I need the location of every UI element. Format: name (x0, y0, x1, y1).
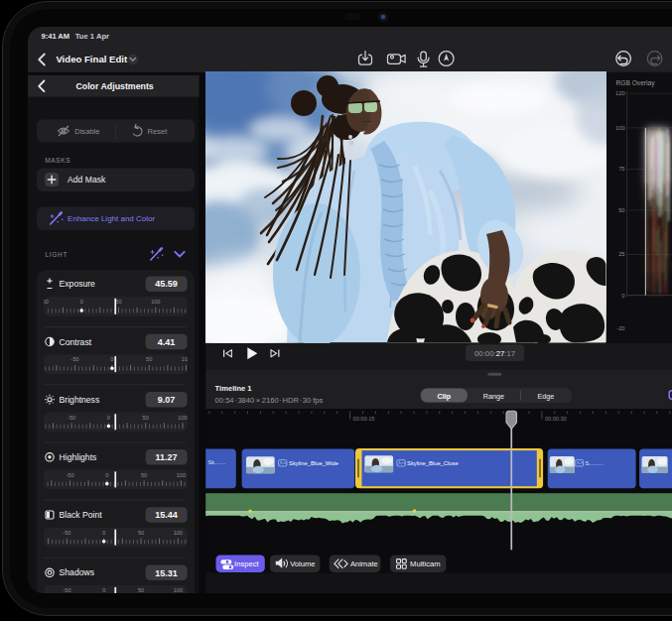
svg-text:Skyline_Blue_Close: Skyline_Blue_Close (407, 459, 459, 465)
svg-text:Volume: Volume (290, 559, 315, 568)
svg-text:0: 0 (102, 529, 105, 535)
svg-text:120: 120 (615, 90, 625, 96)
svg-text:100: 100 (177, 471, 186, 477)
svg-text:0: 0 (102, 587, 105, 593)
svg-text:Color Adjustments: Color Adjustments (75, 81, 153, 91)
svg-text:Skyline_Blue_Wide: Skyline_Blue_Wide (289, 459, 338, 465)
svg-text:-50: -50 (63, 529, 70, 535)
svg-text:Disable: Disable (74, 126, 99, 135)
svg-text:-50: -50 (67, 414, 75, 420)
svg-text:Edge: Edge (537, 391, 554, 400)
svg-text:100: 100 (174, 529, 183, 535)
svg-text:15.44: 15.44 (155, 510, 178, 520)
svg-text:0: 0 (110, 356, 113, 362)
svg-text:45.59: 45.59 (155, 279, 178, 289)
svg-text:Add Mask: Add Mask (67, 175, 106, 185)
svg-text:Tue 1 Apr: Tue 1 Apr (75, 31, 109, 40)
svg-text:-50: -50 (63, 587, 70, 593)
svg-text:25: 25 (618, 251, 624, 257)
svg-text:-20: -20 (616, 324, 624, 330)
svg-text:50: 50 (618, 206, 624, 212)
svg-text:Timeline 1: Timeline 1 (215, 384, 253, 393)
svg-text:9:41 AM: 9:41 AM (42, 31, 70, 40)
svg-text:Clip: Clip (438, 391, 452, 400)
svg-text:Inspect: Inspect (234, 559, 259, 568)
svg-text:50: 50 (143, 414, 149, 420)
svg-text:S.........: S......... (586, 459, 605, 465)
svg-text:15.31: 15.31 (155, 567, 178, 577)
svg-text:50: 50 (115, 299, 121, 305)
svg-text:Exposure: Exposure (60, 279, 96, 289)
svg-text:50: 50 (138, 587, 144, 593)
svg-text:Sk.......: Sk....... (208, 459, 226, 465)
svg-text:50: 50 (138, 529, 144, 535)
svg-text:Enhance Light and Color: Enhance Light and Color (67, 214, 155, 223)
svg-text:100: 100 (178, 414, 187, 420)
svg-text:Video Final Edit: Video Final Edit (56, 54, 128, 64)
svg-text:Animate: Animate (350, 559, 378, 568)
svg-text:00:00:15: 00:00:15 (353, 415, 375, 421)
svg-text:4.41: 4.41 (158, 336, 176, 346)
svg-text:Range: Range (483, 391, 504, 400)
svg-text:LIGHT: LIGHT (46, 250, 67, 257)
svg-text:50: 50 (146, 356, 152, 362)
svg-text:100: 100 (174, 587, 183, 593)
svg-text:0: 0 (105, 471, 108, 477)
svg-text:00:54 · 3840 × 2160 · HDR · 30: 00:54 · 3840 × 2160 · HDR · 30 fps (215, 395, 324, 404)
svg-text:50: 50 (141, 471, 147, 477)
svg-text:Multicam: Multicam (410, 559, 440, 568)
svg-text:0: 0 (107, 414, 110, 420)
svg-text:Brightness: Brightness (60, 394, 100, 404)
svg-text:00:00:27:17: 00:00:27:17 (474, 349, 515, 358)
svg-text:Contrast: Contrast (60, 336, 92, 346)
svg-text:Black Point: Black Point (60, 510, 103, 520)
svg-text:Shadows: Shadows (60, 567, 94, 577)
svg-text:Reset: Reset (148, 126, 169, 135)
svg-text:RGB Overlay: RGB Overlay (616, 79, 656, 87)
svg-text:00:00:30: 00:00:30 (545, 415, 567, 421)
svg-text:-50: -50 (66, 471, 73, 477)
svg-text:-50: -50 (71, 356, 79, 362)
svg-text:9.07: 9.07 (158, 394, 176, 404)
svg-text:100: 100 (615, 124, 625, 130)
svg-text:11.27: 11.27 (156, 452, 178, 462)
svg-text:75: 75 (618, 166, 624, 172)
svg-text:MASKS: MASKS (45, 157, 70, 164)
svg-text:0: 0 (80, 299, 83, 305)
svg-text:0: 0 (621, 292, 624, 298)
svg-text:100: 100 (151, 299, 160, 305)
svg-text:Highlights: Highlights (60, 451, 97, 461)
